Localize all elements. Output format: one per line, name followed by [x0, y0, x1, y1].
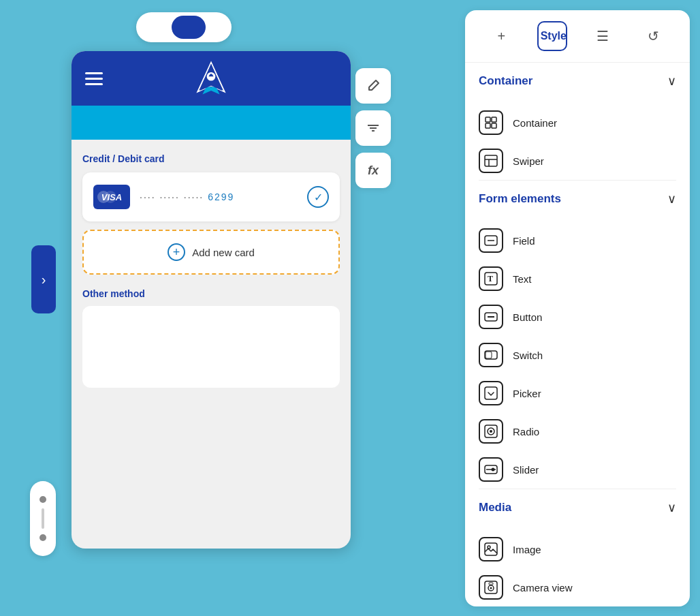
- plus-icon: +: [497, 29, 505, 44]
- switch-label: Switch: [513, 350, 543, 361]
- svg-rect-33: [489, 583, 493, 585]
- button-label: Button: [513, 311, 542, 323]
- card-number: ···· ····· ····· 6299: [140, 191, 234, 202]
- form-chevron-icon[interactable]: ∨: [667, 191, 676, 206]
- rocket-logo-icon: [193, 60, 229, 97]
- container-chevron-icon[interactable]: ∨: [667, 74, 676, 89]
- radio-icon: [479, 419, 503, 444]
- phone-cyan-bar: [71, 106, 351, 140]
- swiper-icon: [479, 149, 503, 173]
- container-icon: [479, 110, 503, 135]
- panel-tab-list[interactable]: ☰: [588, 21, 618, 51]
- camera-label: Camera view: [513, 582, 573, 594]
- panel-item-text[interactable]: T Text: [465, 260, 690, 298]
- hamburger-menu-icon[interactable]: [85, 72, 103, 85]
- panel-tab-add[interactable]: +: [486, 21, 516, 51]
- svg-rect-8: [486, 123, 490, 128]
- text-label: Text: [513, 273, 532, 285]
- container-section-title: Container: [479, 74, 532, 88]
- phone-frame: Credit / Debit card VISA ···· ····· ····…: [71, 51, 351, 549]
- phone-content: Credit / Debit card VISA ···· ····· ····…: [71, 140, 351, 401]
- button-icon: [479, 305, 503, 329]
- right-panel: + Style ☰ ↺ Container ∨: [465, 10, 690, 606]
- panel-item-button[interactable]: Button: [465, 298, 690, 336]
- svg-point-27: [492, 468, 495, 472]
- svg-rect-7: [492, 117, 496, 122]
- add-circle-icon: +: [168, 243, 185, 261]
- picker-label: Picker: [513, 388, 541, 399]
- panel-item-slider[interactable]: Slider: [465, 450, 690, 489]
- slider-label: Slider: [513, 464, 539, 476]
- media-section-title: Media: [479, 501, 511, 514]
- panel-tabs: + Style ☰ ↺: [465, 21, 690, 63]
- slider-icon: [479, 457, 503, 482]
- scroll-dot-2: [39, 534, 46, 541]
- swiper-label: Swiper: [513, 155, 544, 167]
- svg-rect-9: [492, 123, 496, 128]
- card-left: VISA ···· ····· ····· 6299: [93, 185, 234, 209]
- toggle-knob: [172, 16, 206, 39]
- panel-item-picker[interactable]: Picker: [465, 374, 690, 412]
- card-item[interactable]: VISA ···· ····· ····· 6299 ✓: [82, 172, 340, 221]
- svg-text:T: T: [488, 274, 493, 283]
- svg-point-2: [207, 72, 216, 81]
- phone-header: [71, 51, 351, 106]
- svg-rect-28: [485, 543, 497, 555]
- scroll-handle[interactable]: [30, 481, 56, 556]
- card-check-icon: ✓: [307, 186, 329, 208]
- credit-section-label: Credit / Debit card: [82, 153, 340, 164]
- panel-item-container[interactable]: Container: [465, 104, 690, 142]
- panel-tab-refresh[interactable]: ↺: [639, 21, 669, 51]
- media-section: Media ∨: [465, 489, 690, 530]
- other-method-box: [82, 306, 340, 388]
- media-chevron-icon[interactable]: ∨: [667, 500, 676, 515]
- container-section: Container ∨: [465, 63, 690, 104]
- panel-tab-style[interactable]: Style: [537, 21, 567, 51]
- svg-rect-6: [486, 117, 490, 122]
- form-elements-section: Form elements ∨: [465, 181, 690, 221]
- list-icon: ☰: [596, 28, 609, 44]
- svg-rect-21: [485, 387, 497, 399]
- svg-point-24: [490, 430, 492, 433]
- visa-card-icon: VISA: [93, 185, 130, 209]
- refresh-icon: ↺: [648, 28, 659, 44]
- container-section-header: Container ∨: [479, 74, 676, 89]
- panel-item-switch[interactable]: Switch: [465, 336, 690, 374]
- radio-label: Radio: [513, 426, 539, 437]
- left-chevron-button[interactable]: ›: [31, 245, 56, 313]
- field-icon: [479, 228, 503, 253]
- picker-icon: [479, 381, 503, 405]
- image-label: Image: [513, 544, 541, 555]
- form-section-header: Form elements ∨: [479, 191, 676, 206]
- scroll-dot: [39, 496, 46, 503]
- filter-toolbar-button[interactable]: [355, 110, 391, 146]
- style-tab-label: Style: [541, 30, 567, 42]
- panel-item-image[interactable]: Image: [465, 530, 690, 568]
- media-section-header: Media ∨: [479, 500, 676, 515]
- svg-rect-20: [486, 352, 492, 358]
- add-new-card-button[interactable]: + Add new card: [82, 230, 340, 275]
- right-toolbar: fx: [355, 68, 391, 188]
- svg-rect-19: [485, 351, 497, 359]
- panel-item-radio[interactable]: Radio: [465, 412, 690, 450]
- container-label: Container: [513, 117, 557, 129]
- form-section-title: Form elements: [479, 192, 561, 206]
- formula-toolbar-button[interactable]: fx: [355, 153, 391, 188]
- camera-icon: [479, 575, 503, 600]
- panel-item-camera[interactable]: Camera view: [465, 568, 690, 606]
- svg-rect-10: [485, 155, 497, 166]
- panel-item-swiper[interactable]: Swiper: [465, 142, 690, 180]
- switch-icon: [479, 343, 503, 367]
- image-icon: [479, 537, 503, 561]
- formula-icon: fx: [368, 164, 379, 178]
- edit-toolbar-button[interactable]: [355, 68, 391, 104]
- other-method-label: Other method: [82, 288, 340, 299]
- field-label: Field: [513, 235, 535, 247]
- toggle-bar[interactable]: [136, 12, 232, 42]
- panel-item-field[interactable]: Field: [465, 221, 690, 260]
- text-icon: T: [479, 266, 503, 291]
- edit-icon: [366, 78, 381, 93]
- add-card-label: Add new card: [192, 247, 255, 258]
- chevron-right-icon: ›: [42, 272, 46, 288]
- scroll-line: [42, 508, 44, 529]
